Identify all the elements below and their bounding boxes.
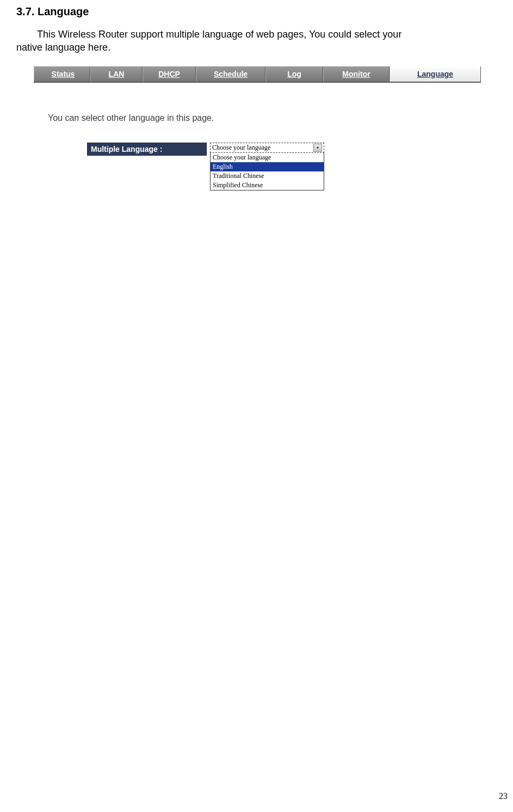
tab-status[interactable]: Status [34,66,90,82]
intro-paragraph: This Wireless Router support multiple la… [16,28,497,54]
tab-lan[interactable]: LAN [90,66,143,82]
tab-monitor[interactable]: Monitor [323,66,390,82]
tab-language[interactable]: Language [390,66,481,82]
intro-line-2: native language here. [16,42,110,53]
tab-dhcp[interactable]: DHCP [143,66,196,82]
router-config-screenshot: Status LAN DHCP Schedule Log Monitor Lan… [34,66,481,224]
language-dropdown-list: Choose your language English Traditional… [210,153,324,190]
language-form-row: Multiple Language : Choose your language… [87,143,481,190]
language-option-simplified-chinese[interactable]: Simplified Chinese [211,181,324,190]
content-area: You can select other language in this pa… [34,83,481,224]
intro-line-1: This Wireless Router support multiple la… [37,29,401,40]
section-heading: 3.7. Language [16,5,497,18]
page-description: You can select other language in this pa… [48,113,481,123]
tab-log[interactable]: Log [265,66,323,82]
dropdown-arrow-icon[interactable]: ▾ [313,144,322,152]
tab-bar: Status LAN DHCP Schedule Log Monitor Lan… [34,66,481,83]
language-selected-value: Choose your language [212,144,270,152]
tab-schedule[interactable]: Schedule [196,66,265,82]
multiple-language-label: Multiple Language : [87,143,207,156]
language-option-english[interactable]: English [211,162,324,171]
language-option-placeholder[interactable]: Choose your language [211,153,324,162]
language-option-traditional-chinese[interactable]: Traditional Chinese [211,171,324,181]
language-select[interactable]: Choose your language ▾ Choose your langu… [210,143,324,190]
language-select-display[interactable]: Choose your language ▾ [210,143,324,153]
page-number: 23 [499,791,508,801]
